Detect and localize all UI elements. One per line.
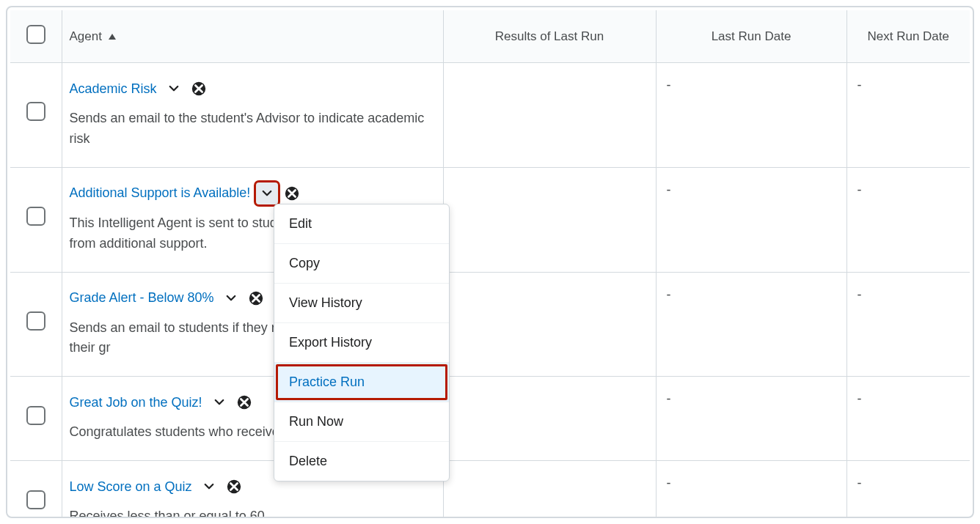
results-cell — [443, 272, 656, 377]
row-actions-toggle[interactable] — [256, 182, 278, 204]
chevron-down-icon — [167, 82, 180, 95]
row-checkbox[interactable] — [26, 490, 45, 509]
results-cell — [443, 461, 656, 518]
results-cell — [443, 167, 656, 272]
row-actions-toggle[interactable] — [163, 78, 185, 100]
table-header-row: Agent Results of Last Run Last Run Date … — [10, 10, 970, 63]
results-cell — [443, 63, 656, 168]
table-row: Additional Support is Available! This In… — [10, 167, 970, 272]
lastrun-cell: - — [656, 272, 846, 377]
nextrun-cell: - — [846, 167, 970, 272]
chevron-down-icon — [202, 480, 216, 493]
agent-link[interactable]: Additional Support is Available! — [70, 185, 251, 201]
lastrun-cell: - — [656, 461, 846, 518]
lastrun-cell: - — [656, 167, 846, 272]
header-results[interactable]: Results of Last Run — [443, 10, 656, 63]
table-row: Grade Alert - Below 80% Sends an email t… — [10, 272, 970, 377]
disabled-icon — [226, 479, 242, 495]
agents-table: Agent Results of Last Run Last Run Date … — [10, 10, 970, 518]
disabled-icon — [236, 394, 252, 410]
row-actions-menu: Edit Copy View History Export History Pr… — [274, 204, 450, 481]
lastrun-cell: - — [656, 63, 846, 168]
nextrun-cell: - — [846, 377, 970, 461]
agent-description: Sends an email to the student's Advisor … — [70, 108, 436, 150]
agent-description: Receives less than or equal to 60 — [70, 506, 436, 518]
table-row: Low Score on a Quiz Receives less than o… — [10, 461, 970, 518]
agents-panel: Agent Results of Last Run Last Run Date … — [6, 6, 974, 518]
row-actions-toggle[interactable] — [220, 287, 242, 309]
header-select-all — [10, 10, 62, 63]
menu-export-history[interactable]: Export History — [274, 323, 449, 363]
nextrun-cell: - — [846, 461, 970, 518]
nextrun-cell: - — [846, 63, 970, 168]
agent-link[interactable]: Great Job on the Quiz! — [70, 395, 202, 410]
chevron-down-icon — [224, 292, 238, 305]
row-checkbox[interactable] — [26, 311, 45, 331]
select-all-checkbox[interactable] — [26, 25, 45, 44]
row-actions-toggle[interactable] — [198, 476, 220, 498]
disabled-icon — [248, 290, 264, 306]
header-agent[interactable]: Agent — [62, 10, 443, 63]
chevron-down-icon — [260, 187, 274, 200]
disabled-icon — [191, 81, 207, 97]
header-agent-label: Agent — [70, 29, 102, 43]
results-cell — [443, 377, 656, 461]
header-lastrun[interactable]: Last Run Date — [656, 10, 846, 63]
menu-practice-run[interactable]: Practice Run — [274, 363, 449, 402]
header-nextrun[interactable]: Next Run Date — [846, 10, 970, 63]
table-row: Great Job on the Quiz! Congratulates stu… — [10, 377, 970, 461]
agent-link[interactable]: Low Score on a Quiz — [70, 479, 192, 495]
agent-cell: Academic Risk Sends an email to the stud… — [62, 63, 443, 168]
menu-view-history[interactable]: View History — [274, 284, 449, 323]
chevron-down-icon — [213, 396, 226, 409]
row-actions-toggle[interactable] — [208, 391, 230, 413]
sort-asc-icon — [109, 34, 116, 40]
agent-link[interactable]: Academic Risk — [70, 81, 157, 97]
menu-copy[interactable]: Copy — [274, 244, 449, 284]
row-checkbox[interactable] — [26, 406, 45, 425]
agent-link[interactable]: Grade Alert - Below 80% — [70, 290, 214, 306]
lastrun-cell: - — [656, 377, 846, 461]
menu-delete[interactable]: Delete — [274, 442, 449, 481]
disabled-icon — [284, 185, 300, 202]
menu-run-now[interactable]: Run Now — [274, 402, 449, 442]
table-row: Academic Risk Sends an email to the stud… — [10, 63, 970, 168]
row-checkbox[interactable] — [26, 102, 45, 121]
nextrun-cell: - — [846, 272, 970, 377]
row-checkbox[interactable] — [26, 207, 45, 226]
menu-edit[interactable]: Edit — [274, 204, 449, 244]
